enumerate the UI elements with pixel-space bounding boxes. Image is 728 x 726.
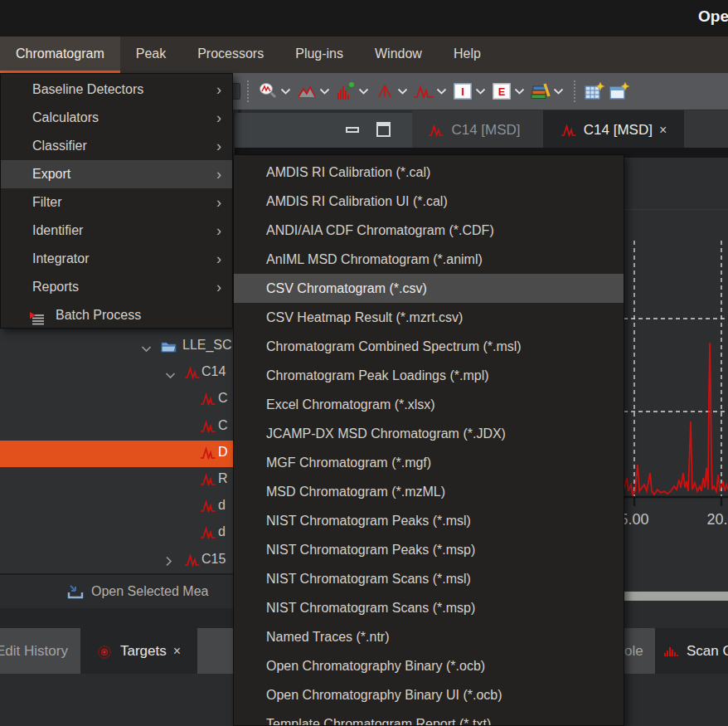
tab-console[interactable]: ole xyxy=(624,628,643,674)
submenu-item-csv-heatmap-result-mzrt-csv-[interactable]: CSV Heatmap Result (*.mzrt.csv) xyxy=(234,303,624,332)
submenu-item-nist-chromatogram-scans-msp-[interactable]: NIST Chromatogram Scans (*.msp) xyxy=(234,593,624,622)
submenu-arrow-icon: › xyxy=(216,76,221,104)
window-title: Ope xyxy=(698,7,728,26)
new-table-icon[interactable] xyxy=(584,80,605,102)
menu-item-peak[interactable]: Peak xyxy=(120,37,182,73)
menu-item-export[interactable]: Export› xyxy=(1,160,232,188)
submenu-item-animl-msd-chromatogram-animl-[interactable]: AnIML MSD Chromatogram (*.animl) xyxy=(234,245,624,274)
tree-item-d[interactable]: d xyxy=(0,520,238,547)
editor-tab-label: C14 [MSD] xyxy=(584,122,653,139)
title-bar: Ope xyxy=(0,0,728,37)
peak-detector-group xyxy=(374,80,410,102)
tree-item-c14[interactable]: C14 xyxy=(0,360,238,387)
menu-item-help[interactable]: Help xyxy=(438,37,497,73)
submenu-item-andi-aia-cdf-chromatogram-cdf-[interactable]: ANDI/AIA CDF Chromatogram (*.CDF) xyxy=(234,216,624,245)
submenu-item-open-chromatography-binary-ui-ocb-[interactable]: Open Chromatography Binary UI (*.ocb) xyxy=(234,680,624,709)
submenu-item-nist-chromatogram-peaks-msl-[interactable]: NIST Chromatogram Peaks (*.msl) xyxy=(234,506,624,535)
chevron-down-icon[interactable] xyxy=(396,80,410,102)
chevron-down-icon[interactable] xyxy=(141,341,153,353)
chromatogram-icon xyxy=(184,366,200,381)
submenu-item-csv-chromatogram-csv-[interactable]: CSV Chromatogram (*.csv) xyxy=(234,274,624,303)
tab-targets[interactable]: Targets × xyxy=(80,628,197,674)
scan-chart-icon xyxy=(663,645,680,658)
tree-item-r[interactable]: R xyxy=(0,467,238,494)
zoom-selected-group xyxy=(257,80,293,102)
chevron-down-icon[interactable] xyxy=(165,368,177,379)
toolbar-edge-button[interactable] xyxy=(232,83,240,100)
process-library-icon[interactable] xyxy=(530,80,551,102)
submenu-item-chromatogram-combined-spectrum-msl-[interactable]: Chromatogram Combined Spectrum (*.msl) xyxy=(234,332,624,361)
menu-item-integrator[interactable]: Integrator› xyxy=(1,245,232,273)
submenu-item-template-chromatogram-report-txt-[interactable]: Template Chromatogram Report (*.txt) xyxy=(234,709,624,726)
menu-item-batch-process[interactable]: Batch Process xyxy=(1,301,232,329)
submenu-item-excel-chromatogram-xlsx-[interactable]: Excel Chromatogram (*.xlsx) xyxy=(234,390,624,419)
submenu-item-amdis-ri-calibration-ui-cal-[interactable]: AMDIS RI Calibration UI (*.cal) xyxy=(234,187,624,216)
menu-item-reports[interactable]: Reports› xyxy=(1,273,232,301)
svg-text:E: E xyxy=(498,85,506,98)
submenu-item-nist-chromatogram-peaks-msp-[interactable]: NIST Chromatogram Peaks (*.msp) xyxy=(234,535,624,564)
baseline-detector-icon[interactable] xyxy=(296,80,318,102)
x-axis-tick-label: 20.0 xyxy=(706,511,728,528)
menu-item-identifier[interactable]: Identifier› xyxy=(1,217,232,245)
submenu-item-open-chromatography-binary-ocb-[interactable]: Open Chromatography Binary (*.ocb) xyxy=(234,651,624,680)
scan-marked-icon[interactable] xyxy=(335,80,357,102)
baseline-detector-group xyxy=(296,80,332,102)
tree-item-c[interactable]: C xyxy=(0,387,238,413)
chevron-down-icon[interactable] xyxy=(279,80,293,102)
tree-item-c15[interactable]: C15 xyxy=(0,548,238,574)
submenu-item-jcamp-dx-msd-chromatogram-jdx-[interactable]: JCAMP-DX MSD Chromatogram (*.JDX) xyxy=(234,419,624,448)
tab-edit-history[interactable]: Edit History xyxy=(0,628,68,674)
submenu-item-msd-chromatogram-mzml-[interactable]: MSD Chromatogram (*.mzML) xyxy=(234,477,624,506)
menu-item-window[interactable]: Window xyxy=(359,37,438,73)
chevron-down-icon[interactable] xyxy=(434,80,449,102)
tree-item-d[interactable]: d xyxy=(0,494,238,520)
tab-scan-chart-label: Scan C xyxy=(687,643,728,660)
submenu-arrow-icon: › xyxy=(216,245,221,273)
menu-item-processors[interactable]: Processors xyxy=(182,37,279,73)
chromatogram-icon xyxy=(184,553,200,568)
openchrom-window: Ope ChromatogramPeakProcessorsPlug-insWi… xyxy=(0,0,728,726)
menu-item-filter[interactable]: Filter› xyxy=(1,188,232,217)
chevron-right-icon[interactable] xyxy=(165,555,177,567)
chevron-down-icon[interactable] xyxy=(318,80,332,102)
menu-item-classifier[interactable]: Classifier› xyxy=(1,132,232,160)
tree-item-llesc[interactable]: LLE_SC xyxy=(0,334,238,360)
menu-item-calculators[interactable]: Calculators› xyxy=(1,104,232,132)
chromatogram-icon xyxy=(200,392,216,407)
menu-item-chromatogram[interactable]: Chromatogram xyxy=(0,37,120,73)
menu-item-label: Reports xyxy=(32,280,79,294)
tree-item-c[interactable]: C xyxy=(0,414,238,441)
evaluator-e-icon[interactable]: E xyxy=(491,80,512,102)
svg-text:I: I xyxy=(461,85,464,98)
chevron-down-icon[interactable] xyxy=(357,80,371,102)
menu-item-baseline-detectors[interactable]: Baseline Detectors› xyxy=(1,76,232,104)
submenu-item-amdis-ri-calibration-cal-[interactable]: AMDIS RI Calibration (*.cal) xyxy=(234,158,624,187)
chevron-down-icon[interactable] xyxy=(473,80,488,102)
peaks-icon[interactable] xyxy=(413,80,434,102)
submenu-item-chromatogram-peak-loadings-mpl-[interactable]: Chromatogram Peak Loadings (*.mpl) xyxy=(234,361,624,390)
maximize-icon[interactable] xyxy=(376,122,391,137)
menu-item-plugins[interactable]: Plug-ins xyxy=(279,37,359,73)
zoom-selected-icon[interactable] xyxy=(257,80,279,102)
submenu-item-named-traces-ntr-[interactable]: Named Traces (*.ntr) xyxy=(234,622,624,651)
chevron-down-icon[interactable] xyxy=(551,80,565,102)
chevron-down-icon[interactable] xyxy=(512,80,527,102)
evaluator-e-group: E xyxy=(491,80,527,102)
integrator-i-icon[interactable]: I xyxy=(452,80,473,102)
menu-item-label: Integrator xyxy=(32,251,89,266)
close-icon[interactable]: × xyxy=(659,123,667,138)
tab-scan-chart[interactable]: Scan C xyxy=(655,628,728,674)
open-selected-measurements-button[interactable]: Open Selected Mea xyxy=(0,573,238,608)
tree-item-label: C xyxy=(218,391,228,406)
peak-detector-icon[interactable] xyxy=(374,80,396,102)
chromatogram-icon xyxy=(200,499,216,514)
submenu-item-mgf-chromatogram-mgf-[interactable]: MGF Chromatogram (*.mgf) xyxy=(234,448,624,477)
minimize-icon[interactable] xyxy=(346,127,359,133)
submenu-item-nist-chromatogram-scans-msl-[interactable]: NIST Chromatogram Scans (*.msl) xyxy=(234,564,624,593)
editor-tab-c14-inactive[interactable]: C14 [MSD] xyxy=(412,110,536,149)
tree-item-d[interactable]: D xyxy=(0,441,238,467)
close-icon[interactable]: × xyxy=(173,644,181,659)
folder-icon xyxy=(161,339,177,354)
new-window-icon[interactable] xyxy=(609,80,630,102)
editor-tab-c14-active[interactable]: C14 [MSD] × xyxy=(543,110,684,149)
